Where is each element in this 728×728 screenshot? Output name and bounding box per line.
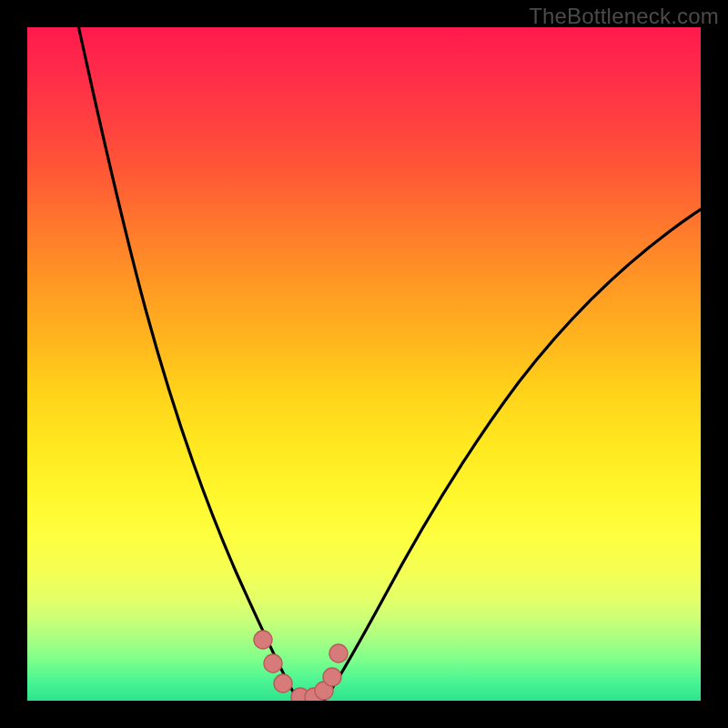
plot-area (27, 27, 701, 701)
marker-dot (274, 674, 292, 693)
marker-dot (323, 668, 341, 686)
watermark-text: TheBottleneck.com (529, 4, 719, 29)
curve-layer (27, 27, 701, 701)
marker-dot (329, 644, 348, 662)
marker-dot (254, 631, 272, 649)
marker-dot (264, 654, 282, 672)
trough-markers (254, 631, 348, 701)
outer-frame: TheBottleneck.com (0, 0, 728, 728)
curve-right-branch (324, 209, 701, 701)
curve-left-branch (75, 27, 300, 701)
